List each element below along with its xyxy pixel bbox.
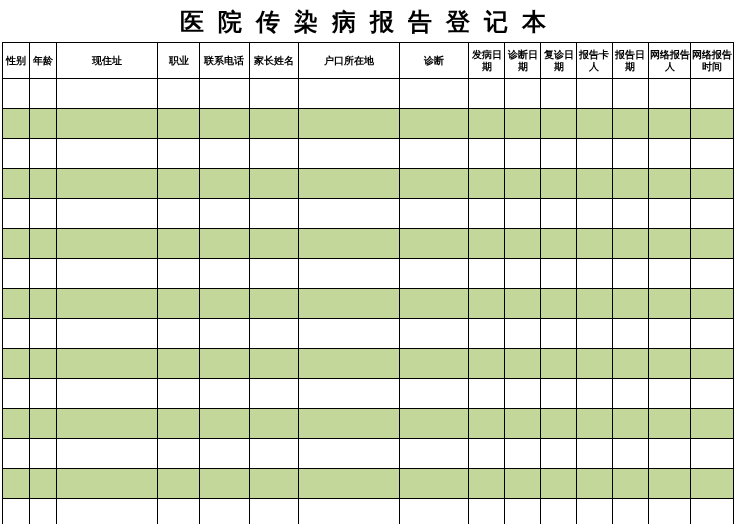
- table-row: [3, 79, 734, 109]
- table-cell: [612, 319, 648, 349]
- table-cell: [3, 379, 30, 409]
- table-cell: [399, 409, 469, 439]
- table-cell: [200, 379, 249, 409]
- table-cell: [56, 199, 157, 229]
- table-row: [3, 349, 734, 379]
- table-cell: [612, 169, 648, 199]
- table-cell: [249, 79, 298, 109]
- table-row: [3, 379, 734, 409]
- table-cell: [3, 169, 30, 199]
- col-header: 网络报告时间: [691, 43, 734, 79]
- table-cell: [3, 109, 30, 139]
- table-cell: [56, 79, 157, 109]
- table-cell: [399, 259, 469, 289]
- table-cell: [298, 499, 399, 525]
- table-cell: [249, 229, 298, 259]
- table-cell: [157, 139, 200, 169]
- table-cell: [612, 199, 648, 229]
- table-cell: [469, 409, 505, 439]
- table-cell: [648, 409, 691, 439]
- table-cell: [29, 169, 56, 199]
- table-cell: [56, 109, 157, 139]
- col-header: 性别: [3, 43, 30, 79]
- table-cell: [298, 109, 399, 139]
- table-cell: [469, 139, 505, 169]
- table-cell: [576, 439, 612, 469]
- table-row: [3, 319, 734, 349]
- table-cell: [505, 109, 541, 139]
- table-cell: [469, 319, 505, 349]
- table-cell: [298, 409, 399, 439]
- table-cell: [399, 439, 469, 469]
- table-cell: [648, 139, 691, 169]
- table-cell: [469, 169, 505, 199]
- table-cell: [691, 469, 734, 499]
- table-cell: [612, 409, 648, 439]
- col-header: 报告日期: [612, 43, 648, 79]
- table-cell: [505, 139, 541, 169]
- table-cell: [29, 349, 56, 379]
- table-cell: [3, 229, 30, 259]
- table-cell: [157, 409, 200, 439]
- table-cell: [3, 499, 30, 525]
- table-cell: [469, 289, 505, 319]
- table-cell: [29, 199, 56, 229]
- table-cell: [157, 229, 200, 259]
- table-cell: [612, 139, 648, 169]
- table-cell: [541, 439, 577, 469]
- table-cell: [157, 469, 200, 499]
- table-cell: [541, 199, 577, 229]
- table-cell: [612, 229, 648, 259]
- table-cell: [298, 319, 399, 349]
- table-cell: [691, 259, 734, 289]
- col-header: 发病日期: [469, 43, 505, 79]
- table-cell: [541, 409, 577, 439]
- table-cell: [541, 229, 577, 259]
- page-title: 医院传染病报告登记本: [0, 0, 740, 42]
- table-cell: [200, 229, 249, 259]
- table-cell: [648, 79, 691, 109]
- table-cell: [29, 379, 56, 409]
- table-cell: [157, 259, 200, 289]
- col-header: 现住址: [56, 43, 157, 79]
- table-cell: [505, 229, 541, 259]
- table-cell: [399, 229, 469, 259]
- table-cell: [399, 349, 469, 379]
- table-cell: [576, 499, 612, 525]
- table-cell: [648, 469, 691, 499]
- table-cell: [648, 319, 691, 349]
- table-row: [3, 409, 734, 439]
- table-cell: [298, 79, 399, 109]
- table-cell: [691, 439, 734, 469]
- table-cell: [691, 109, 734, 139]
- table-cell: [691, 289, 734, 319]
- table-cell: [29, 499, 56, 525]
- table-row: [3, 439, 734, 469]
- col-header: 诊断: [399, 43, 469, 79]
- table-cell: [612, 469, 648, 499]
- table-cell: [576, 349, 612, 379]
- table-cell: [576, 139, 612, 169]
- table-cell: [612, 379, 648, 409]
- table-cell: [29, 229, 56, 259]
- table-cell: [298, 139, 399, 169]
- table-cell: [200, 409, 249, 439]
- col-header: 网络报告人: [648, 43, 691, 79]
- col-header: 年龄: [29, 43, 56, 79]
- table-cell: [157, 79, 200, 109]
- table-cell: [3, 349, 30, 379]
- table-cell: [648, 439, 691, 469]
- table-cell: [157, 349, 200, 379]
- table-cell: [576, 409, 612, 439]
- table-cell: [399, 289, 469, 319]
- table-cell: [3, 439, 30, 469]
- table-cell: [648, 289, 691, 319]
- table-cell: [29, 289, 56, 319]
- table-cell: [576, 319, 612, 349]
- table-cell: [541, 109, 577, 139]
- table-cell: [200, 319, 249, 349]
- table-cell: [200, 109, 249, 139]
- table-cell: [648, 169, 691, 199]
- table-cell: [541, 349, 577, 379]
- table-cell: [249, 139, 298, 169]
